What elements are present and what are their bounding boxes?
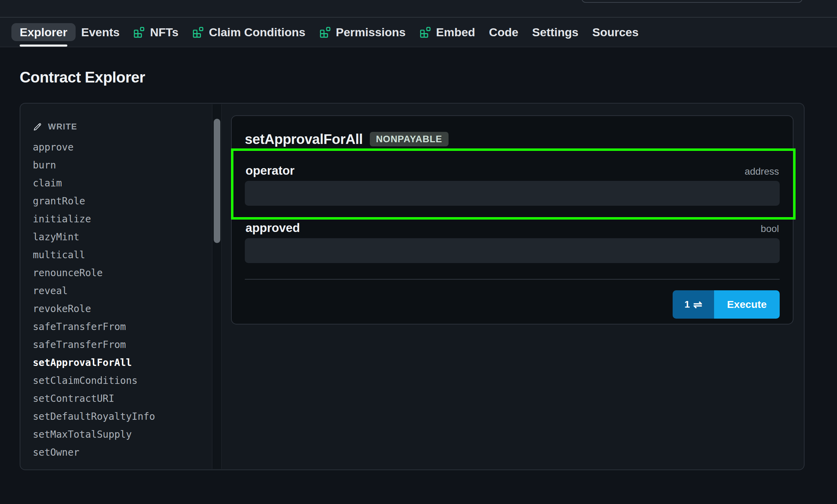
tab-embed[interactable]: Embed: [420, 18, 475, 47]
nav-tab-label: Settings: [532, 26, 578, 39]
nav-tab-label: Sources: [592, 26, 638, 39]
execute-button-group: 1 ⇌ Execute: [673, 290, 780, 319]
queue-count-button[interactable]: 1 ⇌: [673, 290, 714, 319]
nav-tab-label: Events: [81, 26, 120, 39]
function-sidebar: WRITE approveburnclaimgrantRoleinitializ…: [20, 104, 211, 461]
function-card-header: setApprovalForAll NONPAYABLE: [245, 130, 780, 148]
sidebar-scrollbar[interactable]: [212, 104, 222, 469]
extension-detected-icon: [133, 26, 145, 38]
nav-tab-label: NFTs: [150, 26, 178, 39]
function-list-item[interactable]: setClaimConditions: [33, 371, 211, 389]
nav-tab-label: Explorer: [20, 26, 67, 39]
tab-code[interactable]: Code: [489, 18, 518, 47]
function-list-item[interactable]: lazyMint: [33, 228, 211, 246]
extension-detected-icon: [192, 26, 204, 38]
param-input[interactable]: [245, 238, 780, 263]
param-type: bool: [761, 223, 779, 234]
extension-detected-icon: [319, 26, 331, 38]
function-list-item[interactable]: multicall: [33, 246, 211, 264]
cutoff-toolbar-element[interactable]: [581, 0, 802, 3]
nav-tab-label: Permissions: [336, 26, 406, 39]
param-name: approved: [246, 221, 300, 235]
contract-tabs-nav: Explorer Events NFTs Cla: [0, 18, 837, 47]
param-type: address: [744, 166, 779, 177]
nav-tab-label: Code: [489, 26, 518, 39]
tab-settings[interactable]: Settings: [532, 18, 578, 47]
nav-tab-label: Claim Conditions: [209, 26, 306, 39]
write-section-header: WRITE: [33, 121, 211, 133]
tab-claim-conditions[interactable]: Claim Conditions: [192, 18, 306, 47]
swap-arrows-icon: ⇌: [693, 298, 702, 311]
tab-list: Explorer Events NFTs Cla: [20, 18, 638, 47]
nav-tab-label: Embed: [436, 26, 475, 39]
footer-divider: [245, 279, 780, 280]
function-list-item[interactable]: renounceRole: [33, 264, 211, 282]
tab-permissions[interactable]: Permissions: [319, 18, 406, 47]
scrollbar-thumb[interactable]: [214, 119, 220, 243]
tab-nfts[interactable]: NFTs: [133, 18, 178, 47]
function-list-item[interactable]: reveal: [33, 282, 211, 300]
function-list-item[interactable]: claim: [33, 174, 211, 192]
write-section-label: WRITE: [48, 122, 77, 132]
card-footer: 1 ⇌ Execute: [245, 290, 780, 319]
explorer-panel: WRITE approveburnclaimgrantRoleinitializ…: [20, 103, 805, 470]
tab-events[interactable]: Events: [81, 18, 120, 47]
header-strip: [0, 0, 837, 18]
function-list-item[interactable]: setApprovalForAll: [33, 353, 211, 371]
function-list-item[interactable]: setContractURI: [33, 389, 211, 407]
param-row-approved: approved bool: [245, 221, 780, 263]
function-list-item[interactable]: grantRole: [33, 192, 211, 210]
function-list-item[interactable]: burn: [33, 156, 211, 174]
function-list-item[interactable]: safeTransferFrom: [33, 318, 211, 336]
pencil-icon: [33, 122, 42, 132]
function-list-item[interactable]: setDefaultRoyaltyInfo: [33, 407, 211, 425]
app-root: Explorer Events NFTs Cla: [0, 0, 837, 86]
param-name: operator: [246, 164, 295, 177]
param-input[interactable]: [245, 181, 780, 206]
function-list: approveburnclaimgrantRoleinitializelazyM…: [33, 138, 211, 461]
queue-count: 1: [684, 299, 690, 310]
function-list-item[interactable]: revokeRole: [33, 300, 211, 318]
tab-explorer[interactable]: Explorer: [20, 18, 67, 47]
function-card: setApprovalForAll NONPAYABLE operator ad…: [231, 115, 793, 324]
function-list-item[interactable]: setMaxTotalSupply: [33, 425, 211, 443]
active-tab-underline: [20, 45, 67, 47]
param-header: operator address: [245, 164, 780, 175]
param-section: operator address approved bool: [245, 164, 780, 263]
param-row-operator: operator address: [245, 164, 780, 206]
mutability-badge: NONPAYABLE: [370, 132, 449, 146]
param-header: approved bool: [245, 221, 780, 233]
function-list-item[interactable]: approve: [33, 138, 211, 156]
tab-sources[interactable]: Sources: [592, 18, 638, 47]
extension-detected-icon: [420, 26, 431, 38]
function-list-item[interactable]: safeTransferFrom: [33, 336, 211, 353]
function-list-item[interactable]: setOwner: [33, 443, 211, 461]
function-list-item[interactable]: initialize: [33, 210, 211, 228]
function-name: setApprovalForAll: [245, 132, 363, 147]
execute-button[interactable]: Execute: [714, 290, 780, 319]
page-title: Contract Explorer: [20, 69, 837, 86]
